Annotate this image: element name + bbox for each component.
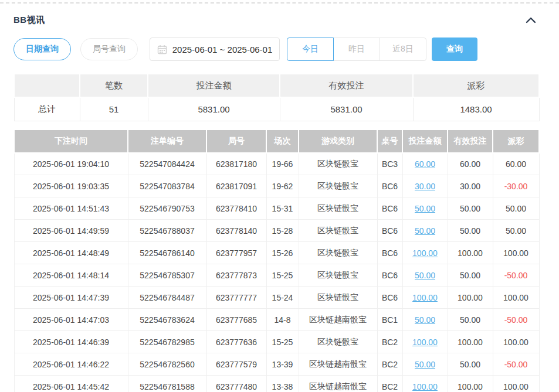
bet-amount-link[interactable]: 50.00 — [415, 315, 435, 325]
payout-cell: -50.00 — [493, 353, 539, 376]
quick-range-yesterday[interactable]: 昨日 — [333, 38, 380, 61]
bet-amount-link[interactable]: 50.00 — [415, 360, 435, 369]
col-bet-id: 注单编号 — [128, 129, 206, 153]
round-id-cell: 623777685 — [206, 309, 266, 331]
valid-bet-cell: 50.00 — [448, 353, 493, 376]
top-dashed-divider — [0, 2, 559, 4]
session-cell: 19-62 — [266, 175, 299, 197]
session-cell: 13-39 — [266, 353, 299, 376]
bet-amount-link[interactable]: 50.00 — [415, 271, 435, 280]
payout-cell: -50.00 — [493, 264, 539, 287]
bet-time-cell: 2025-06-01 14:48:49 — [14, 242, 128, 264]
payout-cell: 100.00 — [493, 376, 539, 392]
bet-id-cell: 522546782985 — [128, 331, 206, 353]
search-button[interactable]: 查询 — [432, 38, 477, 61]
bet-amount-cell[interactable]: 100.00 — [402, 331, 448, 353]
bet-amount-link[interactable]: 100.00 — [412, 293, 438, 302]
round-id-cell: 623777957 — [206, 242, 266, 264]
table-no-cell: BC2 — [377, 353, 402, 376]
summary-table: 笔数 投注金额 有效投注 派彩 总计 51 5831.00 5831.00 14… — [13, 73, 540, 121]
bet-time-cell: 2025-06-01 14:49:59 — [14, 220, 128, 242]
bet-amount-cell[interactable]: 50.00 — [402, 309, 448, 331]
table-row: 2025-06-01 19:04:10522547084424623817180… — [14, 153, 539, 175]
table-row: 2025-06-01 14:48:14522546785307623777873… — [14, 264, 539, 287]
records-header-row: 下注时间 注单编号 局号 场次 游戏类别 桌号 投注金额 有效投注 派彩 — [14, 129, 539, 153]
round-id-cell: 623777777 — [206, 287, 266, 309]
payout-cell: 100.00 — [493, 242, 539, 264]
round-id-cell: 623817091 — [206, 175, 266, 197]
summary-payout-value: 1483.00 — [413, 97, 539, 121]
bet-amount-link[interactable]: 60.00 — [415, 159, 435, 169]
col-valid-bet: 有效投注 — [448, 129, 493, 153]
bet-time-cell: 2025-06-01 14:46:39 — [14, 331, 128, 353]
table-row: 2025-06-01 14:46:22522546782560623777579… — [14, 353, 539, 376]
session-cell: 15-28 — [266, 220, 299, 242]
session-cell: 15-24 — [266, 287, 299, 309]
game-type-cell: 区块链骰宝 — [299, 220, 377, 242]
payout-cell: -50.00 — [493, 309, 539, 331]
round-id-cell: 623777480 — [206, 376, 266, 392]
col-game-type: 游戏类别 — [299, 129, 377, 153]
bet-amount-cell[interactable]: 50.00 — [402, 353, 448, 376]
panel: BB视讯 日期查询 局号查询 — [0, 14, 538, 392]
valid-bet-cell: 50.00 — [448, 197, 493, 220]
payout-cell: -30.00 — [493, 175, 539, 197]
records-body: 2025-06-01 19:04:10522547084424623817180… — [14, 153, 539, 392]
bet-time-cell: 2025-06-01 14:48:14 — [14, 264, 128, 287]
bet-id-cell: 522546788037 — [128, 220, 206, 242]
game-type-cell: 区块链骰宝 — [299, 331, 377, 353]
summary-header-row: 笔数 投注金额 有效投注 派彩 — [14, 74, 539, 97]
bet-amount-link[interactable]: 50.00 — [415, 226, 435, 236]
bet-amount-link[interactable]: 100.00 — [412, 338, 438, 347]
bet-id-cell: 522546781588 — [128, 376, 206, 392]
game-type-cell: 区块链越南骰宝 — [299, 353, 377, 376]
col-payout: 派彩 — [493, 129, 539, 153]
bet-amount-link[interactable]: 30.00 — [415, 182, 435, 191]
bet-amount-cell[interactable]: 100.00 — [402, 242, 448, 264]
bet-amount-cell[interactable]: 100.00 — [402, 376, 448, 392]
table-no-cell: BC6 — [377, 175, 402, 197]
bet-amount-link[interactable]: 50.00 — [415, 204, 435, 213]
summary-bet-amount-value: 5831.00 — [148, 97, 280, 121]
table-row: 2025-06-01 19:03:35522547083784623817091… — [14, 175, 539, 197]
table-no-cell: BC6 — [377, 242, 402, 264]
bet-amount-cell[interactable]: 50.00 — [402, 220, 448, 242]
panel-title: BB视讯 — [13, 15, 45, 26]
table-no-cell: BC6 — [377, 197, 402, 220]
bet-amount-cell[interactable]: 50.00 — [402, 264, 448, 287]
bet-amount-link[interactable]: 100.00 — [412, 248, 438, 258]
bet-amount-cell[interactable]: 100.00 — [402, 287, 448, 309]
valid-bet-cell: 100.00 — [448, 287, 493, 309]
date-range-input[interactable]: 2025-06-01 ~ 2025-06-01 — [150, 38, 280, 61]
payout-cell: 100.00 — [493, 331, 539, 353]
date-query-tab[interactable]: 日期查询 — [13, 38, 71, 60]
game-type-cell: 区块链骰宝 — [299, 264, 377, 287]
game-type-cell: 区块链骰宝 — [299, 287, 377, 309]
session-cell: 14-8 — [266, 309, 299, 331]
round-query-tab[interactable]: 局号查询 — [80, 38, 138, 60]
bet-amount-cell[interactable]: 50.00 — [402, 197, 448, 220]
round-id-cell: 623777579 — [206, 353, 266, 376]
quick-range-last8days[interactable]: 近8日 — [380, 38, 426, 61]
bet-id-cell: 522546785307 — [128, 264, 206, 287]
quick-range-today[interactable]: 今日 — [287, 38, 334, 61]
summary-header-payout: 派彩 — [413, 74, 539, 97]
chevron-up-icon — [525, 16, 537, 24]
col-session: 场次 — [266, 129, 299, 153]
collapse-panel-button[interactable] — [523, 14, 538, 26]
round-id-cell: 623817180 — [206, 153, 266, 175]
bet-amount-link[interactable]: 100.00 — [412, 382, 438, 391]
bet-id-cell: 522546783624 — [128, 309, 206, 331]
bet-amount-cell[interactable]: 30.00 — [402, 175, 448, 197]
table-row: 2025-06-01 14:47:03522546783624623777685… — [14, 309, 539, 331]
payout-cell: 50.00 — [493, 197, 539, 220]
summary-total-label: 总计 — [14, 97, 80, 121]
session-cell: 13-38 — [266, 376, 299, 392]
session-cell: 19-66 — [266, 153, 299, 175]
payout-cell: 60.00 — [493, 153, 539, 175]
bet-amount-cell[interactable]: 60.00 — [402, 153, 448, 175]
round-id-cell: 623777636 — [206, 331, 266, 353]
calendar-icon — [157, 45, 167, 54]
bet-time-cell: 2025-06-01 14:47:03 — [14, 309, 128, 331]
session-cell: 15-25 — [266, 264, 299, 287]
